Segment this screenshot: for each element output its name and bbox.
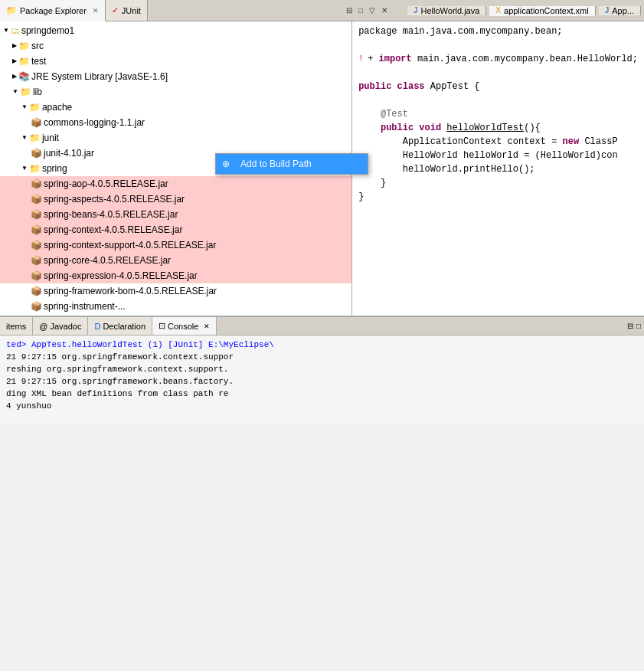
tab-javadoc[interactable]: @ Javadoc [33,317,88,335]
folder-icon: 📁 [29,131,41,145]
tree-label: spring [42,162,67,175]
triangle-icon: ▼ [21,162,28,175]
tree-item-spring-aop[interactable]: 📦 spring-aop-4.0.5.RELEASE.jar [0,176,351,191]
tree-label: test [31,54,46,68]
console-icon: ⊡ [159,321,165,331]
jar-icon: 📦 [31,299,42,313]
tab-appcontext[interactable]: X applicationContext.xml [489,6,595,16]
maximize-btn[interactable]: □ [357,5,364,15]
app-icon: J [605,6,610,15]
tree-item-junit-folder[interactable]: ▼ 📁 junit [0,130,351,146]
tree-item-spring-core[interactable]: 📦 spring-core-4.0.5.RELEASE.jar [0,253,351,268]
triangle-icon: ▼ [21,131,28,145]
tab-app[interactable]: J App... [599,6,641,15]
console-line: ted> AppTest.helloWorldTest (1) [JUnit] … [6,339,638,351]
left-panel: ▼ 🗂 springdemo1 ▶ 📁 src ▶ 📁 test [0,21,352,316]
editor-content: package main.java.com.mycompany.bean; ! … [352,21,644,316]
bottom-minimize-btn[interactable]: ⊟ [627,322,633,330]
main-area: ▼ 🗂 springdemo1 ▶ 📁 src ▶ 📁 test [0,21,644,316]
tree-label: spring-aop-4.0.5.RELEASE.jar [44,177,168,191]
console-line: 21 9:27:15 org.springframework.context.s… [6,351,638,363]
package-explorer-close[interactable]: ✕ [93,7,99,15]
bottom-toolbar: ⊟ □ [624,317,644,335]
editor-tab-bar: 📁 Package Explorer ✕ ✓ JUnit ⊟ □ ▽ ✕ J H… [0,0,644,21]
code-text: + import main.java.com.mycompany.bean.He… [368,52,638,66]
tree-item-commons-logging[interactable]: 📦 commons-logging-1.1.jar [0,115,351,130]
declaration-label: Declaration [103,322,145,331]
helloworld-label: HelloWorld.java [421,6,480,15]
tree-item-src[interactable]: ▶ 📁 src [0,38,351,54]
package-explorer-icon: 📁 [6,5,17,15]
tree-label: spring-aspects-4.0.5.RELEASE.jar [44,192,185,206]
code-text: public void helloWorldTest(){ [358,121,541,135]
jar-icon: 📦 [31,116,42,129]
folder-icon: 📁 [20,85,31,99]
tree-item-springdemo1[interactable]: ▼ 🗂 springdemo1 [0,23,351,38]
tree-item-spring-context-support[interactable]: 📦 spring-context-support-4.0.5.RELEASE.j… [0,237,351,253]
tree-label: lib [33,85,42,99]
tab-helloworld[interactable]: J HelloWorld.java [407,6,486,15]
right-panel: package main.java.com.mycompany.bean; ! … [352,21,644,316]
tree-item-spring-expression[interactable]: 📦 spring-expression-4.0.5.RELEASE.jar [0,268,351,283]
tree-item-jre[interactable]: ▶ 📚 JRE System Library [JavaSE-1.6] [0,69,351,84]
tree-label: spring-beans-4.0.5.RELEASE.jar [44,208,178,221]
tab-declaration[interactable]: D Declaration [88,317,152,335]
tab-items[interactable]: items [0,317,33,335]
tree-label: spring-context-support-4.0.5.RELEASE.jar [44,238,216,252]
tree-item-spring-aspects[interactable]: 📦 spring-aspects-4.0.5.RELEASE.jar [0,191,351,207]
jar-icon: 📦 [31,269,42,283]
triangle-icon: ▶ [12,70,17,83]
tree-label: spring-expression-4.0.5.RELEASE.jar [44,269,198,283]
tree-item-spring-context[interactable]: 📦 spring-context-4.0.5.RELEASE.jar [0,222,351,237]
code-line: package main.java.com.mycompany.bean; [358,25,638,38]
tree-label: apache [42,100,72,114]
console-line: reshing org.springframework.context.supp… [6,363,638,375]
code-text [358,66,364,80]
bottom-panel: items @ Javadoc D Declaration ⊡ Console … [0,316,644,423]
code-text [358,93,364,107]
add-to-build-path-icon: ⊕ [222,157,230,171]
junit-icon: ✓ [112,5,119,15]
triangle-icon: ▼ [3,24,9,38]
tree-item-spring-instrument[interactable]: 📦 spring-instrument-... [0,299,351,314]
close-btn[interactable]: ✕ [380,5,389,15]
tree-label: junit [42,131,59,145]
tree-label: springdemo1 [21,24,74,38]
ide-window: 📁 Package Explorer ✕ ✓ JUnit ⊟ □ ▽ ✕ J H… [0,0,644,423]
folder-icon: 📁 [18,39,30,53]
lib-icon: 📚 [18,70,30,83]
package-explorer-label: Package Explorer [20,6,87,15]
console-line: ding XML bean definitions from class pat… [6,388,638,400]
code-line [358,93,638,107]
triangle-icon: ▼ [12,85,18,99]
code-text: ApplicationContext context = new ClassP [358,135,617,149]
console-line: 4 yunshuo [6,400,638,412]
tab-junit[interactable]: ✓ JUnit [106,0,148,21]
tree-item-spring-beans[interactable]: 📦 spring-beans-4.0.5.RELEASE.jar [0,207,351,222]
code-line: } [358,176,638,190]
tab-package-explorer[interactable]: 📁 Package Explorer ✕ [0,0,106,21]
console-close[interactable]: ✕ [204,322,210,330]
project-icon: 🗂 [11,24,20,38]
view-menu-btn[interactable]: ▽ [368,5,377,15]
jar-icon: 📦 [31,284,42,298]
tree-label: commons-logging-1.1.jar [44,116,145,129]
triangle-icon: ▶ [12,39,17,53]
folder-icon: 📁 [29,100,41,114]
tree-item-spring-framework-bom[interactable]: 📦 spring-framework-bom-4.0.5.RELEASE.jar [0,283,351,299]
tree-item-test[interactable]: ▶ 📁 test [0,54,351,69]
code-line: helloWorld.printHello(); [358,162,638,176]
tree-item-lib[interactable]: ▼ 📁 lib [0,84,351,100]
jar-icon: 📦 [31,254,42,267]
folder-icon: 📁 [29,162,41,175]
code-text: } [358,176,386,190]
minimize-btn[interactable]: ⊟ [345,5,354,15]
tree-item-apache[interactable]: ▼ 📁 apache [0,100,351,115]
tree-label: junit-4.10.jar [44,146,94,160]
bottom-maximize-btn[interactable]: □ [636,322,641,330]
menu-add-to-build-path[interactable]: ⊕ Add to Build Path [216,154,368,174]
code-line [358,66,638,80]
tab-console[interactable]: ⊡ Console ✕ [152,317,217,335]
jar-icon: 📦 [31,177,42,191]
add-to-build-path-label: Add to Build Path [240,157,312,171]
